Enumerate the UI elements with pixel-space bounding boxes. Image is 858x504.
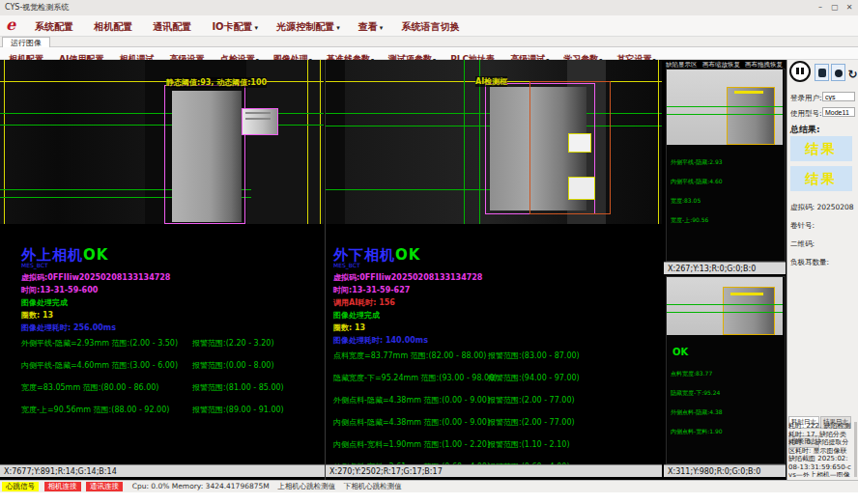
toolbar: 相机配置 AI使用配置 相机调试 高级设置 点检设置▾ 图像处理▾ 基准线参数▾… — [0, 47, 858, 60]
thumb-text-line: 宽度:83.05 — [671, 197, 701, 206]
part-image — [172, 91, 242, 222]
log-text: 耗时: 222, 缺陷检测耗时: 17, 缺陷分类耗时: 0, 缺陷提取分区耗时… — [788, 422, 852, 477]
overlay-green-line — [667, 106, 783, 107]
pixel-coords-thumb-bottom: X:311;Y:980;R:0;G:0;B:0 — [664, 464, 786, 477]
pause-icon — [801, 68, 804, 74]
process-done-text: 图像处理完成 — [333, 310, 380, 321]
measure-row: 内侧点料-宽料=1.90mm 范围:(1.00 - 2.20)报警范围:(1.1… — [333, 439, 657, 450]
barcode-text: 虚拟码:0FFIIiw20250208133134728 — [333, 272, 482, 283]
defect-thumb-top[interactable]: 外侧平线-隐藏:2.93 内侧平线-隐藏:4.60 宽度:83.05 宽度-上:… — [666, 69, 786, 262]
pause-icon — [796, 68, 799, 74]
mes-status: MES_BCT — [333, 262, 360, 268]
menu-camera-config[interactable]: 相机配置 — [87, 16, 141, 38]
overlay-yellow-vline — [4, 60, 5, 224]
measure-row: 外侧平线-隐藏=2.93mm 范围:(2.00 - 3.50)报警范围:(2.2… — [21, 338, 321, 349]
tab-highlight — [568, 133, 591, 153]
switch-button[interactable]: ↻ — [847, 64, 858, 81]
upper-cam-heartbeat-text: 上相机心跳检测值 — [277, 481, 335, 492]
title-bar: CYS-视觉检测系统 — [0, 0, 858, 15]
bottom-margin — [0, 492, 858, 504]
thumb-annotation — [730, 293, 763, 295]
menu-language-switch[interactable]: 系统语言切换 — [394, 16, 468, 38]
thumb-text-line: 内侧点料-宽料:1.90 — [671, 428, 723, 436]
thumb-annotation — [734, 91, 763, 94]
part-tab-stripe — [245, 112, 271, 114]
menu-system-config[interactable]: 系统配置 — [28, 16, 82, 38]
thumb-text-line: 外侧平线-隐藏:2.93 — [671, 158, 723, 167]
virtual-code-label: 虚拟码: 20250208 — [790, 203, 854, 212]
result-box-2: 结果 — [790, 166, 852, 191]
overlay-yellow-vline — [307, 60, 308, 224]
result-box-1: 结果 — [790, 136, 852, 161]
overlay-yellow-vline — [320, 60, 321, 224]
defect-thumb-bottom[interactable]: OK 点料宽度:83.77 隐藏宽度-下:95.24 外侧点料-隐藏:4.38 … — [666, 276, 786, 464]
measure-row: 隐藏宽度-下=95.24mm 范围:(93.00 - 98.00)报警范围:(9… — [333, 373, 657, 383]
thumb-text-line: 宽度-上:90.56 — [671, 216, 708, 225]
barcode-text: 虚拟码:0FFIIiw20250208133134728 — [21, 272, 170, 283]
camera-view-upper[interactable]: 静态阈值:93, 动态阈值:100 — [0, 60, 324, 224]
pixel-coords-thumb-top: X:267;Y:13;R:0;G:0;B:0 — [664, 262, 786, 274]
camera-link-badge: 相机连接 — [44, 482, 81, 491]
threshold-overlay-text: 静态阈值:93, 动态阈值:100 — [166, 77, 267, 88]
total-result-label: 总结果: — [790, 124, 820, 136]
overlay-green-line — [667, 114, 783, 115]
tab-highlight — [568, 177, 595, 200]
heartbeat-badge: 心跳信号 — [2, 482, 39, 491]
tab-strip: 运行图像 — [0, 37, 858, 47]
thumb-text-line: 隐藏宽度-下:95.24 — [671, 389, 720, 398]
menu-comm-config[interactable]: 通讯配置 — [146, 16, 200, 38]
time-text: 时间:13-31-59-627 — [333, 285, 410, 295]
result-block-upper: 外上相机OK MES_BCT 虚拟码:0FFIIiw20250208133134… — [0, 224, 324, 464]
overlay-green-line — [667, 304, 783, 305]
lock-icon — [818, 69, 826, 77]
lower-cam-heartbeat-text: 下相机心跳检测值 — [344, 481, 402, 492]
log-scrollbar[interactable] — [854, 422, 857, 477]
menu-bar: e 系统配置 相机配置 通讯配置 IO卡配置▾ 光源控制配置▾ 查看▾ 系统语言… — [0, 15, 858, 37]
window-title: CYS-视觉检测系统 — [5, 3, 69, 12]
process-done-text: 图像处理完成 — [21, 297, 68, 308]
loop-count-text: 圈数: 13 — [21, 310, 53, 321]
qr-code-label: 二维码: — [790, 239, 815, 249]
result-block-lower: 外下相机OK MES_BCT 虚拟码:0FFIIiw20250208133134… — [326, 224, 662, 464]
scene-background — [0, 60, 145, 224]
pixel-coords-upper: X:7677;Y:891;R:14;G:14;B:14 — [0, 464, 325, 477]
cpu-memory-text: Cpu: 0.0% Memory: 3424.41796875M — [132, 481, 270, 492]
camera-lens-button[interactable] — [831, 64, 845, 81]
overlay-yellow-line — [0, 81, 324, 82]
mes-status: MES_BCT — [21, 262, 48, 268]
model-label: 使用型号: — [790, 109, 822, 119]
overlay-green-line — [667, 312, 783, 313]
close-button[interactable]: ✕ — [843, 2, 856, 14]
measure-row: 内侧平线-隐藏=4.60mm 范围:(3.00 - 6.00)报警范围:(0.0… — [21, 360, 321, 371]
chevron-down-icon: ▾ — [255, 24, 259, 32]
minimize-button[interactable]: – — [814, 2, 827, 14]
login-user-field[interactable] — [822, 92, 855, 101]
chevron-down-icon: ▾ — [336, 24, 340, 32]
virtual-code-value: 20250208 — [816, 203, 853, 211]
maximize-button[interactable]: ▢ — [828, 2, 842, 14]
lens-icon — [835, 70, 843, 77]
thumb-ok-text: OK — [672, 347, 688, 357]
ai-cost-text: 调用AI耗时: 156 — [333, 297, 395, 308]
overlay-green-vline — [464, 60, 465, 224]
app-window: CYS-视觉检测系统 – ▢ ✕ e 系统配置 相机配置 通讯配置 IO卡配置▾… — [0, 0, 858, 504]
menu-light-config[interactable]: 光源控制配置▾ — [270, 16, 347, 38]
user-lock-button[interactable] — [815, 64, 829, 81]
camera-view-lower[interactable]: AI检测框 — [326, 60, 662, 224]
thumb-text-line: 点料宽度:83.77 — [671, 370, 712, 378]
neg-tab-count-label: 负极耳数量: — [790, 258, 829, 267]
process-cost-text: 图像处理耗时: 140.00ms — [333, 335, 428, 346]
menu-io-config[interactable]: IO卡配置▾ — [205, 16, 265, 38]
login-user-label: 登录用户: — [790, 94, 822, 103]
thumb-text-line: 外侧点料-隐藏:4.38 — [671, 408, 723, 417]
pause-button[interactable] — [789, 61, 811, 82]
menu-view[interactable]: 查看▾ — [352, 16, 390, 38]
measure-row: 宽度=83.05mm 范围:(80.00 - 86.00)报警范围:(81.00… — [21, 382, 321, 393]
measure-row: 点料宽度=83.77mm 范围:(82.00 - 88.00)报警范围:(83.… — [333, 350, 657, 361]
refresh-arrow-icon: ↻ — [847, 68, 857, 81]
measure-row: 宽度-上=90.56mm 范围:(88.00 - 92.00)报警范围:(89.… — [21, 405, 321, 415]
app-logo-icon: e — [6, 15, 15, 34]
loop-count-text: 圈数: 13 — [333, 322, 365, 333]
model-field[interactable] — [822, 107, 855, 117]
measure-row: 内侧点料-隐藏=4.38mm 范围:(0.00 - 9.00)报警范围:(2.0… — [333, 417, 657, 428]
